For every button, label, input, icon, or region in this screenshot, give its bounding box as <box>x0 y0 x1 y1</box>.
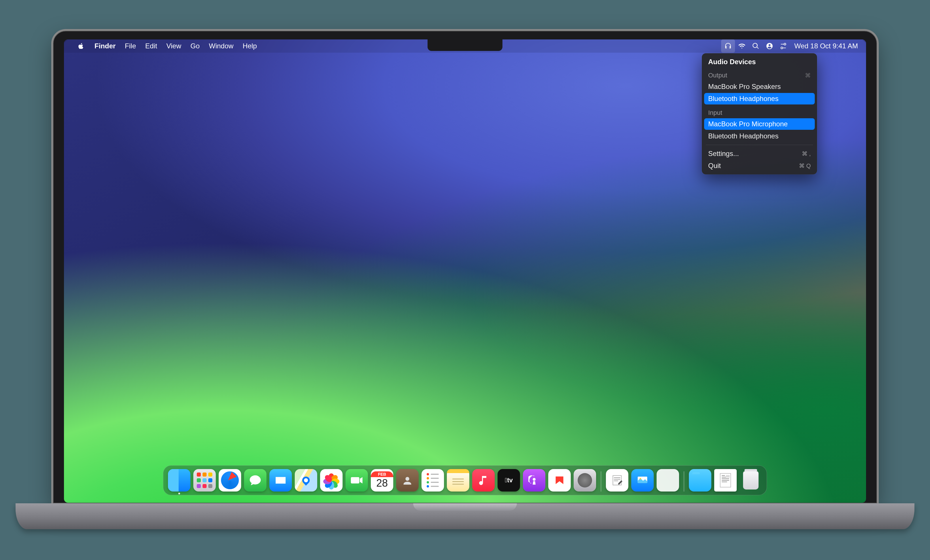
trash-icon <box>743 471 759 489</box>
output-macbook-speakers[interactable]: MacBook Pro Speakers <box>704 81 815 92</box>
search-icon <box>752 42 759 50</box>
dock-reminders[interactable] <box>422 469 444 491</box>
headphones-icon <box>724 42 732 50</box>
menu-help[interactable]: Help <box>238 40 261 53</box>
dock-podcasts[interactable] <box>523 469 545 491</box>
apple-menu[interactable] <box>72 42 90 50</box>
dock-separator <box>601 471 601 491</box>
dock-generic-app[interactable] <box>657 469 679 491</box>
calendar-month: FEB <box>371 471 393 477</box>
svg-rect-6 <box>726 475 730 478</box>
notes-icon <box>452 479 464 485</box>
gear-icon <box>577 473 592 488</box>
input-bluetooth-headphones[interactable]: Bluetooth Headphones <box>704 130 815 142</box>
quit-menu-item[interactable]: Quit ⌘ Q <box>704 160 815 172</box>
quit-label: Quit <box>708 162 721 170</box>
audio-devices-menu: Audio Devices Output ⌘ MacBook Pro Speak… <box>702 53 817 174</box>
menu-window[interactable]: Window <box>204 40 238 53</box>
dropdown-title: Audio Devices <box>702 56 817 68</box>
calendar-day: 28 <box>376 477 388 489</box>
compass-icon <box>221 471 239 489</box>
dock-settings[interactable] <box>574 469 596 491</box>
svg-point-0 <box>405 477 409 480</box>
svg-point-4 <box>640 478 641 480</box>
dock: FEB 28 tv <box>163 465 767 495</box>
output-section-header: Output ⌘ <box>702 68 817 80</box>
output-item-label: MacBook Pro Speakers <box>708 83 781 91</box>
menu-go[interactable]: Go <box>186 40 204 53</box>
dock-maps[interactable] <box>295 469 317 491</box>
dock-textedit[interactable] <box>606 469 628 491</box>
wifi-icon <box>738 42 745 50</box>
input-macbook-microphone[interactable]: MacBook Pro Microphone <box>704 118 815 130</box>
input-label: Input <box>708 109 722 117</box>
output-bluetooth-headphones[interactable]: Bluetooth Headphones <box>704 93 815 104</box>
user-switcher[interactable] <box>763 40 776 53</box>
contacts-icon <box>402 474 413 486</box>
reminders-icon <box>427 473 439 488</box>
input-item-label: Bluetooth Headphones <box>708 132 778 140</box>
input-item-label: MacBook Pro Microphone <box>708 120 788 128</box>
dock-news[interactable] <box>548 469 571 491</box>
dock-trash[interactable] <box>739 469 762 491</box>
svg-point-1 <box>533 478 536 481</box>
dock-facetime[interactable] <box>345 469 368 491</box>
menu-view[interactable]: View <box>162 40 186 53</box>
dock-preview[interactable] <box>631 469 654 491</box>
menu-edit[interactable]: Edit <box>141 40 162 53</box>
dock-finder[interactable] <box>168 469 191 491</box>
menu-bar-clock[interactable]: Wed 18 Oct 9:41 AM <box>790 42 858 50</box>
envelope-icon <box>274 474 287 487</box>
control-center-icon <box>780 42 787 50</box>
control-center[interactable] <box>776 40 790 53</box>
dock-launchpad[interactable] <box>193 469 216 491</box>
video-icon <box>350 474 363 486</box>
document-icon <box>719 472 732 488</box>
dock-calendar[interactable]: FEB 28 <box>371 469 393 491</box>
dock-documents-stack[interactable] <box>714 469 737 491</box>
quit-shortcut: ⌘ Q <box>799 162 811 169</box>
dock-mail[interactable] <box>269 469 292 491</box>
messages-icon <box>249 474 262 487</box>
launchpad-icon <box>197 473 212 488</box>
audio-devices-menu-icon[interactable] <box>721 40 735 53</box>
dock-photos[interactable] <box>320 469 343 491</box>
settings-menu-item[interactable]: Settings... ⌘ , <box>704 148 815 160</box>
dock-safari[interactable] <box>219 469 241 491</box>
dock-contacts[interactable] <box>396 469 419 491</box>
output-shortcut: ⌘ <box>805 72 811 79</box>
dock-messages[interactable] <box>244 469 266 491</box>
display-notch <box>428 40 502 51</box>
settings-label: Settings... <box>708 150 739 158</box>
dock-music[interactable] <box>472 469 495 491</box>
music-note-icon <box>478 474 489 486</box>
spotlight-search[interactable] <box>749 40 763 53</box>
podcasts-icon <box>528 474 540 486</box>
menu-file[interactable]: File <box>120 40 141 53</box>
output-item-label: Bluetooth Headphones <box>708 95 778 103</box>
photos-icon <box>324 473 338 487</box>
news-icon <box>554 474 565 486</box>
dock-notes[interactable] <box>447 469 469 491</box>
dock-downloads-folder[interactable] <box>689 469 711 491</box>
dropdown-separator <box>706 145 813 145</box>
tv-icon: tv <box>505 477 513 484</box>
apple-logo-icon <box>77 42 85 50</box>
dock-separator <box>684 471 684 491</box>
wifi-status[interactable] <box>735 40 749 53</box>
preview-icon <box>636 474 649 486</box>
dock-tv[interactable]: tv <box>497 469 520 491</box>
laptop-base <box>15 503 915 529</box>
input-section-header: Input <box>702 105 817 118</box>
user-icon <box>766 42 773 50</box>
app-menu[interactable]: Finder <box>90 40 120 53</box>
textedit-icon <box>611 474 624 486</box>
desktop[interactable]: Finder File Edit View Go Window Help <box>64 40 866 503</box>
settings-shortcut: ⌘ , <box>802 150 811 157</box>
map-pin-icon <box>301 475 311 486</box>
output-label: Output <box>708 72 727 79</box>
